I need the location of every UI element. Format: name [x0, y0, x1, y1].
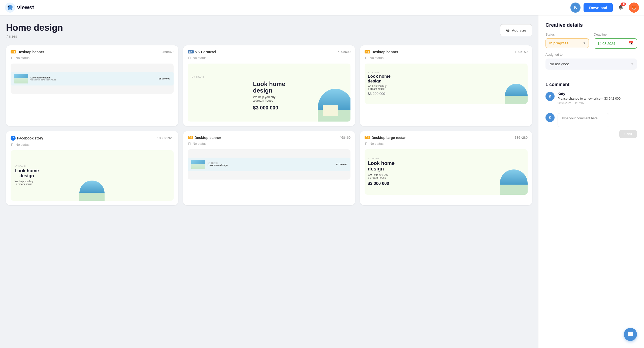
- banner-card[interactable]: f Facebook story 1080×1920 🗒 No status M…: [6, 131, 178, 205]
- banner-type-label: Desktop banner: [372, 50, 398, 54]
- logo: viewst: [5, 3, 34, 13]
- mini-house-image2: [191, 160, 205, 169]
- status-value: In progress: [549, 41, 568, 45]
- comment-count-title: 1 comment: [545, 82, 637, 87]
- deadline-input[interactable]: 14.08.2024 📅: [594, 38, 637, 49]
- page-header: Home design 7 sizes ⊕ Add size: [6, 23, 532, 38]
- add-size-button[interactable]: ⊕ Add size: [500, 24, 532, 36]
- banner-preview-large: MY BRAND Look homedesign We help you buy…: [188, 64, 351, 122]
- banner-type: Ad Desktop large rectan...: [365, 136, 409, 140]
- banner-card-header: Ad Desktop banner 468×60: [188, 136, 351, 140]
- banner-card[interactable]: Ad Desktop banner 468×60 🗒 No status MY …: [6, 45, 178, 126]
- mini-brand: MY BRAND: [208, 162, 333, 164]
- status-row: 🗒 No status: [365, 142, 528, 146]
- banner-preview-story: MY BRAND Look homedesign We help you buy…: [11, 150, 174, 201]
- banner-dims: 468×60: [340, 136, 351, 139]
- status-dropdown[interactable]: In progress ▾: [545, 38, 589, 48]
- banner-card[interactable]: VK VK Carousel 600×600 🗒 No status MY BR…: [183, 45, 355, 126]
- creative-details-section: Creative details Status In progress ▾ De…: [545, 22, 637, 70]
- deadline-label: Deadline: [594, 33, 637, 36]
- logo-icon: [5, 3, 15, 13]
- banner-card[interactable]: Ad Desktop banner 468×60 🗒 No status MY …: [183, 131, 355, 205]
- banner-type-label: Desktop large rectan...: [372, 136, 409, 140]
- mini-title2: Look home design: [208, 164, 333, 167]
- download-button[interactable]: Download: [584, 3, 613, 12]
- story-brand: MY BRAND: [15, 165, 26, 167]
- banner-type: Ad Desktop banner: [365, 50, 398, 54]
- logo-text: viewst: [17, 4, 34, 11]
- large-content: Look homedesign We help you buya dream h…: [253, 81, 285, 111]
- status-text: No status: [16, 143, 29, 147]
- banner-card-header: f Facebook story 1080×1920: [11, 136, 174, 141]
- large-title: Look homedesign: [253, 81, 285, 94]
- user-avatar-icon: 🦊: [629, 3, 639, 13]
- banner-preview-medium: MY BRAND Look homedesign We help you buy…: [365, 64, 528, 104]
- banner-type-label: Desktop banner: [17, 50, 44, 54]
- clip-icon: 🗒: [11, 143, 14, 147]
- assigned-label: Assigned to: [545, 53, 637, 56]
- comment-author: Katy: [558, 92, 621, 96]
- assignee-value: No assignee: [550, 62, 569, 66]
- story-tagline: We help you buya dream house: [15, 180, 33, 186]
- chevron-down-icon: ▾: [631, 62, 633, 66]
- comment-input-section: K Send: [545, 113, 637, 138]
- banner-dims: 468×60: [163, 50, 174, 54]
- status-label: Status: [545, 33, 589, 36]
- house-image-large2: [500, 169, 528, 195]
- notification-button[interactable]: 50: [616, 3, 626, 13]
- mini-house-image: [14, 74, 28, 83]
- banner-type: f Facebook story: [11, 136, 43, 141]
- comment-item: K Katy Please change to a new price – $3…: [545, 92, 637, 104]
- deadline-value: 14.08.2024: [598, 42, 615, 46]
- ad-badge: Ad: [365, 136, 370, 139]
- calendar-icon: 📅: [628, 41, 633, 46]
- large-brand: MY BRAND: [192, 74, 347, 79]
- comment-text: Please change to a new price – $3 642 00…: [558, 97, 621, 100]
- house-image-story: [79, 181, 105, 201]
- vk-badge: VK: [188, 50, 194, 53]
- status-row: 🗒 No status: [365, 56, 528, 60]
- medium-brand: MY BRAND: [368, 71, 379, 73]
- comment-input[interactable]: [558, 113, 609, 127]
- sidebar-section-title: Creative details: [545, 22, 637, 28]
- details-row: Status In progress ▾ Deadline 14.08.2024…: [545, 33, 637, 49]
- banner-type: VK VK Carousel: [188, 50, 216, 54]
- user-profile-avatar[interactable]: 🦊: [629, 3, 639, 13]
- banner-preview: MY BRAND Look home design $3 000 000: [188, 149, 351, 180]
- content-area: Home design 7 sizes ⊕ Add size Ad Deskto…: [0, 15, 538, 348]
- title-group: Home design 7 sizes: [6, 23, 63, 38]
- status-row: 🗒 No status: [188, 56, 351, 60]
- banner-dims: 600×600: [338, 50, 350, 54]
- banner-card[interactable]: Ad Desktop banner 180×150 🗒 No status MY…: [360, 45, 532, 126]
- mini-price: $3 000 000: [159, 77, 170, 80]
- banner-type-label: Facebook story: [17, 136, 43, 140]
- comment-input-wrapper: Send: [558, 113, 637, 138]
- comment-time: 09/08/2024, 14:57:15: [558, 101, 621, 104]
- user-avatar-button[interactable]: K: [570, 3, 581, 13]
- large2-price: $3 000 000: [368, 181, 389, 186]
- send-button[interactable]: Send: [619, 130, 637, 138]
- clip-icon: 🗒: [365, 56, 368, 60]
- status-text: No status: [193, 142, 207, 146]
- comments-section: 1 comment K Katy Please change to a new …: [545, 82, 637, 104]
- notification-badge: 50: [621, 3, 626, 6]
- house-image-large: [318, 89, 350, 122]
- banner-card-header: Ad Desktop large rectan... 336×280: [365, 136, 528, 140]
- large2-brand: MY BRAND: [368, 158, 379, 159]
- banner-dims: 1080×1920: [157, 136, 173, 140]
- fb-badge: f: [11, 136, 16, 141]
- mini-tagline: We help you buy a dream house: [30, 79, 156, 81]
- status-row: 🗒 No status: [11, 56, 174, 60]
- large2-tagline: We help you buya dream house: [368, 173, 388, 179]
- banner-dims: 336×280: [515, 136, 528, 139]
- status-text: No status: [370, 56, 383, 60]
- page-subtitle: 7 sizes: [6, 34, 63, 38]
- banner-card[interactable]: Ad Desktop large rectan... 336×280 🗒 No …: [360, 131, 532, 205]
- mini-title: Look home design: [30, 76, 156, 79]
- ad-badge: Ad: [365, 50, 370, 53]
- assignee-dropdown[interactable]: No assignee ▾: [545, 59, 637, 70]
- chat-bubble-button[interactable]: [624, 328, 637, 341]
- divider: [545, 76, 637, 76]
- banner-dims: 180×150: [515, 50, 528, 54]
- ad-badge: Ad: [188, 136, 193, 139]
